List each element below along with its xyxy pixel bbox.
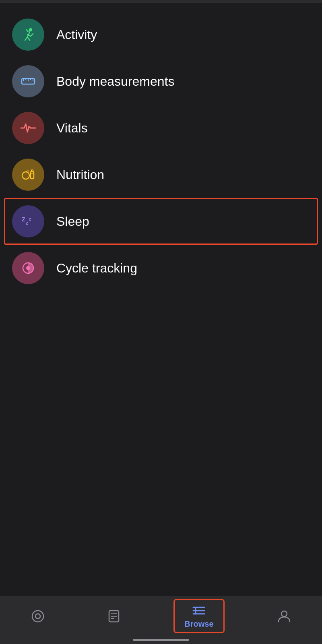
svg-point-16 bbox=[32, 611, 43, 622]
browse-icon bbox=[192, 603, 206, 618]
sleep-label: Sleep bbox=[56, 214, 89, 229]
cycle-tracking-label: Cycle tracking bbox=[56, 261, 137, 276]
svg-point-17 bbox=[35, 614, 40, 619]
svg-rect-8 bbox=[31, 171, 34, 179]
svg-text:z: z bbox=[29, 217, 31, 221]
sleep-icon-circle: Z z z bbox=[12, 205, 44, 237]
svg-point-15 bbox=[26, 266, 30, 270]
nutrition-icon-circle bbox=[12, 159, 44, 191]
vitals-label: Vitals bbox=[56, 121, 88, 136]
body-icon-circle bbox=[12, 65, 44, 97]
body-label: Body measurements bbox=[56, 74, 174, 89]
bottom-nav: Browse bbox=[0, 596, 322, 644]
svg-text:z: z bbox=[26, 220, 28, 226]
sidebar-item-activity[interactable]: Activity bbox=[0, 11, 322, 58]
svg-point-0 bbox=[29, 28, 32, 31]
svg-point-26 bbox=[281, 611, 287, 617]
activity-label: Activity bbox=[56, 27, 97, 42]
menu-list: Activity Body measurements Vitals bbox=[0, 3, 322, 299]
cycle-icon-circle bbox=[12, 252, 44, 284]
activity-icon-circle bbox=[12, 19, 44, 51]
home-indicator bbox=[133, 639, 189, 641]
summary-icon bbox=[107, 609, 121, 623]
nav-item-profile[interactable] bbox=[269, 606, 299, 627]
nutrition-label: Nutrition bbox=[56, 167, 104, 182]
sidebar-item-sleep[interactable]: Z z z Sleep bbox=[4, 198, 318, 245]
svg-point-7 bbox=[22, 172, 29, 179]
nav-item-summary[interactable] bbox=[99, 606, 129, 627]
home-icon bbox=[31, 609, 45, 623]
sidebar-item-vitals[interactable]: Vitals bbox=[0, 105, 322, 151]
sidebar-item-body-measurements[interactable]: Body measurements bbox=[0, 58, 322, 105]
nav-item-browse[interactable]: Browse bbox=[175, 600, 223, 632]
browse-label: Browse bbox=[184, 619, 213, 629]
sidebar-item-cycle-tracking[interactable]: Cycle tracking bbox=[0, 245, 322, 291]
nav-item-home[interactable] bbox=[23, 606, 53, 627]
sidebar-item-nutrition[interactable]: Nutrition bbox=[0, 151, 322, 198]
svg-text:Z: Z bbox=[22, 216, 25, 223]
svg-rect-10 bbox=[31, 170, 33, 171]
profile-icon bbox=[277, 609, 291, 623]
vitals-icon-circle bbox=[12, 112, 44, 144]
top-bar bbox=[0, 0, 322, 3]
